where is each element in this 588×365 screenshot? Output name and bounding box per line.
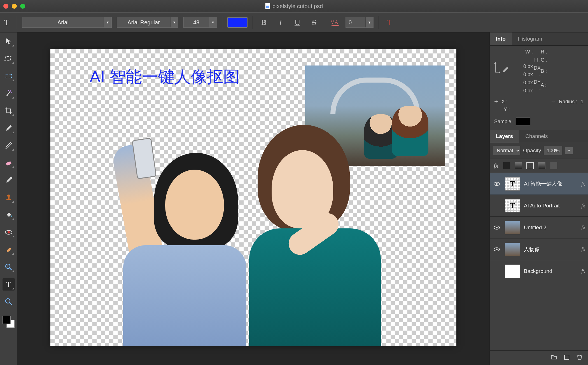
eraser-tool[interactable]	[3, 157, 15, 169]
eyedropper-tool[interactable]	[3, 174, 15, 186]
chevron-down-icon: ▼	[209, 17, 217, 27]
chevron-down-icon: ▼	[365, 17, 373, 27]
chevron-down-icon[interactable]: ▼	[565, 147, 573, 154]
visibility-toggle[interactable]	[493, 224, 501, 231]
sample-color-swatch[interactable]	[516, 118, 530, 125]
layer-name[interactable]: AI Auto Portrait	[524, 203, 577, 209]
font-size-dropdown[interactable]: 48 ▼	[183, 17, 217, 28]
new-layer-button[interactable]	[563, 354, 570, 362]
delete-layer-button[interactable]	[576, 354, 583, 362]
svg-point-8	[10, 90, 11, 92]
smudge-tool[interactable]	[3, 244, 15, 256]
pencil-tool[interactable]	[3, 139, 15, 152]
marquee-tool[interactable]	[3, 70, 15, 82]
stamp-tool[interactable]	[3, 191, 15, 204]
layer-thumbnail[interactable]	[505, 221, 520, 234]
new-group-button[interactable]	[550, 354, 557, 362]
canvas-headline-text[interactable]: AI 智能一键人像抠图	[90, 66, 239, 88]
layer-thumbnail[interactable]: T	[505, 177, 520, 191]
fx-grad-thumb[interactable]	[515, 162, 522, 169]
layer-row[interactable]: Untitled 2 fx	[490, 217, 588, 238]
layer-row[interactable]: T AI 智能一键人像 fx	[490, 173, 588, 195]
layer-thumbnail[interactable]	[505, 243, 520, 256]
transform-tool[interactable]	[3, 53, 15, 65]
layers-controls: Normal Opacity ▼	[490, 143, 588, 158]
color-swatch[interactable]	[3, 316, 15, 328]
svg-point-12	[10, 177, 12, 179]
tab-channels[interactable]: Channels	[519, 130, 554, 143]
font-family-dropdown[interactable]: Arial ▼	[22, 17, 112, 28]
strikethrough-button[interactable]: S	[308, 17, 320, 28]
document-canvas[interactable]: AI 智能一键人像抠图	[50, 49, 456, 346]
right-panels: Info Histogram W :R : H : G : DX :B : DY…	[489, 32, 588, 365]
layer-thumbnail[interactable]: T	[505, 199, 520, 212]
layer-thumbnail[interactable]	[505, 265, 520, 278]
visibility-toggle[interactable]	[493, 246, 501, 253]
svg-rect-13	[6, 199, 11, 200]
blend-mode-dropdown[interactable]: Normal	[493, 146, 520, 155]
layer-name[interactable]: AI 智能一键人像	[524, 180, 577, 188]
svg-text:A: A	[335, 20, 338, 25]
canvas-area[interactable]: AI 智能一键人像抠图	[17, 32, 489, 365]
layer-name[interactable]: Untitled 2	[524, 224, 577, 231]
close-window-button[interactable]	[3, 4, 8, 9]
svg-marker-3	[338, 25, 339, 26]
fx-plain-thumb[interactable]	[550, 162, 557, 169]
zoom-tool-alt[interactable]: +	[3, 261, 15, 273]
layer-fx-indicator[interactable]: fx	[581, 268, 585, 274]
red-eye-tool[interactable]	[3, 226, 15, 238]
text-tool-indicator-icon: T	[2, 17, 12, 27]
info-dx-label: DX :	[533, 65, 541, 77]
svg-marker-24	[499, 71, 500, 73]
zoom-tool[interactable]	[3, 296, 15, 308]
tab-histogram[interactable]: Histogram	[512, 32, 549, 45]
options-bar: T Arial ▼ Arial Regular ▼ 48 ▼ B I U S V…	[0, 12, 588, 32]
fx-icon[interactable]: fx	[494, 162, 498, 169]
svg-rect-32	[564, 355, 569, 359]
info-w-label: W :	[502, 49, 533, 55]
info-panel-tabs: Info Histogram	[490, 32, 588, 46]
brush-tool[interactable]	[3, 122, 15, 134]
divider	[379, 16, 379, 29]
layer-name[interactable]: Background	[524, 268, 577, 274]
svg-point-10	[11, 92, 12, 93]
svg-text:+: +	[7, 264, 9, 268]
move-tool[interactable]	[3, 35, 15, 48]
kerning-dropdown[interactable]: 0 ▼	[346, 17, 374, 28]
fx-grad2-thumb[interactable]	[538, 162, 545, 169]
fx-fill-thumb[interactable]	[503, 162, 510, 169]
minimize-window-button[interactable]	[12, 4, 17, 9]
foreground-color[interactable]	[3, 316, 11, 324]
tab-info[interactable]: Info	[490, 32, 512, 45]
opacity-input[interactable]	[544, 146, 562, 155]
layer-name[interactable]: 人物像	[524, 246, 577, 253]
info-y-label: Y :	[504, 107, 510, 112]
layer-fx-indicator[interactable]: fx	[581, 181, 585, 187]
bold-button[interactable]: B	[258, 17, 270, 28]
svg-point-29	[496, 227, 498, 228]
warp-text-icon: T	[387, 18, 392, 27]
warp-text-button[interactable]: T	[384, 17, 396, 28]
visibility-toggle[interactable]	[493, 181, 501, 187]
layer-fx-indicator[interactable]: fx	[581, 246, 585, 252]
text-color-well[interactable]	[227, 17, 248, 28]
layer-fx-indicator[interactable]: fx	[581, 203, 585, 209]
font-style-dropdown[interactable]: Arial Regular ▼	[117, 17, 178, 28]
zoom-window-button[interactable]	[20, 4, 25, 9]
svg-rect-11	[6, 161, 11, 166]
text-tool[interactable]: T	[3, 278, 15, 291]
paint-bucket-tool[interactable]	[3, 209, 15, 221]
portrait-cutout-layer[interactable]	[84, 114, 378, 346]
layer-row[interactable]: Background fx	[490, 260, 588, 282]
svg-point-16	[11, 216, 12, 217]
svg-point-15	[7, 195, 10, 197]
crop-tool[interactable]	[3, 105, 15, 117]
layer-fx-indicator[interactable]: fx	[581, 224, 585, 231]
fx-outline-thumb[interactable]	[526, 162, 534, 169]
magic-wand-tool[interactable]	[3, 87, 15, 100]
layer-row[interactable]: T AI Auto Portrait fx	[490, 195, 588, 217]
italic-button[interactable]: I	[275, 17, 286, 28]
tab-layers[interactable]: Layers	[490, 130, 519, 143]
layer-row[interactable]: 人物像 fx	[490, 238, 588, 260]
underline-button[interactable]: U	[291, 17, 303, 28]
